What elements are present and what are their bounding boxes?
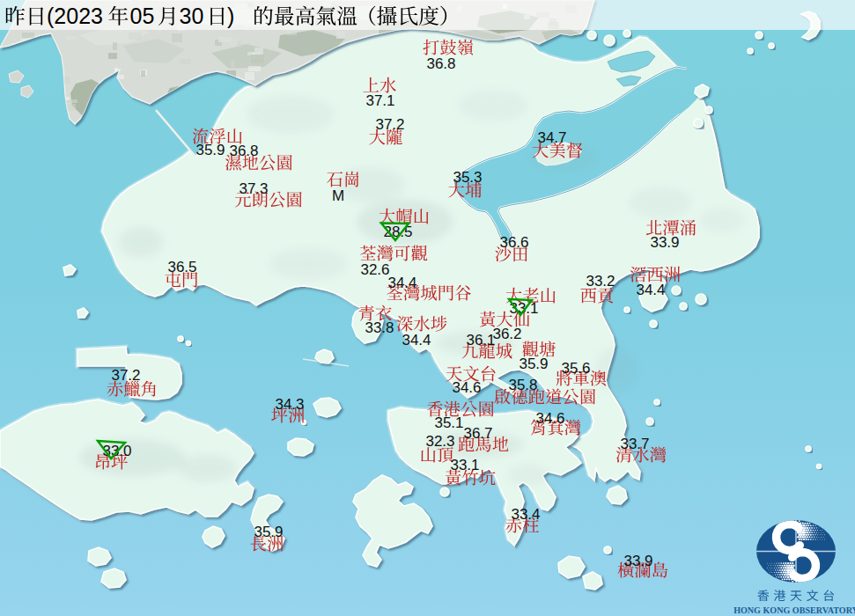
svg-text:30: 30	[180, 4, 204, 28]
svg-text:33.1: 33.1	[450, 457, 479, 473]
svg-text:34.4: 34.4	[387, 275, 416, 291]
svg-text:36.7: 36.7	[463, 425, 492, 442]
svg-text:33.9: 33.9	[650, 234, 679, 251]
svg-text:33.4: 33.4	[511, 506, 540, 523]
svg-text:34.6: 34.6	[452, 379, 481, 396]
svg-text:): )	[227, 4, 234, 28]
svg-text:34.7: 34.7	[537, 129, 566, 146]
svg-text:35.6: 35.6	[561, 360, 590, 377]
svg-text:34.4: 34.4	[402, 332, 431, 348]
svg-text:35.8: 35.8	[508, 377, 537, 393]
svg-text:33.8: 33.8	[365, 319, 394, 336]
svg-text:32.6: 32.6	[360, 261, 389, 278]
svg-text:33.2: 33.2	[586, 273, 615, 290]
svg-text:35.1: 35.1	[434, 414, 463, 431]
svg-text:34.4: 34.4	[636, 282, 665, 298]
svg-text:35.3: 35.3	[453, 169, 482, 186]
svg-text:35.9: 35.9	[195, 142, 225, 158]
svg-text:36.2: 36.2	[492, 326, 521, 342]
svg-text:M: M	[332, 187, 344, 204]
svg-text:36.1: 36.1	[466, 332, 495, 348]
svg-text:33.9: 33.9	[623, 553, 652, 569]
svg-text:35.9: 35.9	[254, 524, 283, 540]
svg-text:HONG KONG OBSERVATORY: HONG KONG OBSERVATORY	[733, 605, 855, 615]
svg-text:36.6: 36.6	[499, 234, 528, 251]
svg-text:32.3: 32.3	[425, 433, 454, 450]
svg-text:37.1: 37.1	[365, 92, 394, 109]
svg-text:35.9: 35.9	[519, 356, 548, 372]
svg-text:37.2: 37.2	[375, 116, 404, 133]
svg-text:34.6: 34.6	[535, 410, 564, 427]
svg-text:(2023: (2023	[47, 4, 103, 28]
svg-text:36.5: 36.5	[167, 259, 196, 275]
svg-text:36.8: 36.8	[229, 143, 258, 159]
svg-text:37.2: 37.2	[111, 367, 140, 384]
svg-text:33.7: 33.7	[620, 436, 649, 452]
svg-text:37.3: 37.3	[239, 180, 268, 197]
svg-text:36.8: 36.8	[426, 55, 455, 72]
svg-text:34.3: 34.3	[275, 396, 304, 413]
svg-text:05: 05	[130, 4, 155, 28]
